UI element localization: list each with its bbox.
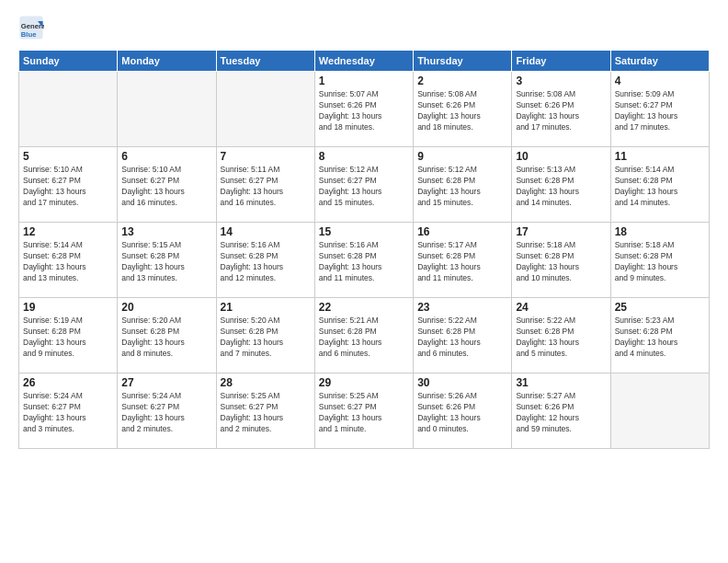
day-info: Sunrise: 5:07 AMSunset: 6:26 PMDaylight:… (319, 89, 409, 133)
day-info: Sunrise: 5:27 AMSunset: 6:26 PMDaylight:… (516, 391, 606, 435)
day-info: Sunrise: 5:16 AMSunset: 6:28 PMDaylight:… (221, 240, 311, 284)
day-number: 11 (615, 150, 705, 163)
day-number: 25 (615, 301, 705, 314)
calendar-week-5: 26Sunrise: 5:24 AMSunset: 6:27 PMDayligh… (19, 373, 710, 449)
day-info: Sunrise: 5:21 AMSunset: 6:28 PMDaylight:… (319, 316, 409, 360)
calendar-cell: 11Sunrise: 5:14 AMSunset: 6:28 PMDayligh… (610, 147, 709, 223)
calendar-cell: 27Sunrise: 5:24 AMSunset: 6:27 PMDayligh… (118, 373, 216, 449)
calendar-cell: 9Sunrise: 5:12 AMSunset: 6:28 PMDaylight… (414, 147, 512, 223)
day-number: 21 (221, 301, 311, 314)
day-number: 15 (319, 225, 409, 238)
day-number: 16 (417, 225, 507, 238)
day-number: 14 (221, 225, 311, 238)
calendar-cell: 20Sunrise: 5:20 AMSunset: 6:28 PMDayligh… (118, 298, 216, 373)
day-info: Sunrise: 5:13 AMSunset: 6:28 PMDaylight:… (516, 165, 606, 209)
day-number: 7 (221, 150, 311, 163)
calendar-week-2: 5Sunrise: 5:10 AMSunset: 6:27 PMDaylight… (19, 147, 710, 223)
calendar-cell: 24Sunrise: 5:22 AMSunset: 6:28 PMDayligh… (512, 298, 610, 373)
day-info: Sunrise: 5:15 AMSunset: 6:28 PMDaylight:… (121, 240, 211, 284)
day-info: Sunrise: 5:17 AMSunset: 6:28 PMDaylight:… (417, 240, 507, 284)
day-number: 31 (516, 376, 606, 389)
calendar-cell: 25Sunrise: 5:23 AMSunset: 6:28 PMDayligh… (610, 298, 709, 373)
weekday-header-row: SundayMondayTuesdayWednesdayThursdayFrid… (19, 51, 710, 72)
calendar-cell (118, 72, 216, 147)
calendar-table: SundayMondayTuesdayWednesdayThursdayFrid… (18, 50, 710, 449)
calendar-cell: 15Sunrise: 5:16 AMSunset: 6:28 PMDayligh… (314, 223, 413, 298)
calendar-cell: 7Sunrise: 5:11 AMSunset: 6:27 PMDaylight… (216, 147, 314, 223)
calendar-cell: 21Sunrise: 5:20 AMSunset: 6:28 PMDayligh… (216, 298, 314, 373)
day-number: 8 (319, 150, 409, 163)
calendar-cell: 18Sunrise: 5:18 AMSunset: 6:28 PMDayligh… (610, 223, 709, 298)
day-number: 28 (221, 376, 311, 389)
day-number: 4 (615, 75, 705, 87)
calendar-cell: 23Sunrise: 5:22 AMSunset: 6:28 PMDayligh… (414, 298, 512, 373)
day-info: Sunrise: 5:25 AMSunset: 6:27 PMDaylight:… (319, 391, 409, 435)
day-info: Sunrise: 5:24 AMSunset: 6:27 PMDaylight:… (23, 391, 113, 435)
day-info: Sunrise: 5:24 AMSunset: 6:27 PMDaylight:… (121, 391, 211, 435)
day-info: Sunrise: 5:10 AMSunset: 6:27 PMDaylight:… (121, 165, 211, 209)
day-info: Sunrise: 5:09 AMSunset: 6:27 PMDaylight:… (615, 89, 705, 133)
calendar-cell: 4Sunrise: 5:09 AMSunset: 6:27 PMDaylight… (610, 72, 709, 147)
day-info: Sunrise: 5:25 AMSunset: 6:27 PMDaylight:… (221, 391, 311, 435)
day-info: Sunrise: 5:20 AMSunset: 6:28 PMDaylight:… (221, 316, 311, 360)
day-info: Sunrise: 5:16 AMSunset: 6:28 PMDaylight:… (319, 240, 409, 284)
calendar-cell: 6Sunrise: 5:10 AMSunset: 6:27 PMDaylight… (118, 147, 216, 223)
calendar-cell: 3Sunrise: 5:08 AMSunset: 6:26 PMDaylight… (512, 72, 610, 147)
calendar-cell: 22Sunrise: 5:21 AMSunset: 6:28 PMDayligh… (314, 298, 413, 373)
day-number: 20 (121, 301, 211, 314)
calendar-cell: 13Sunrise: 5:15 AMSunset: 6:28 PMDayligh… (118, 223, 216, 298)
day-number: 27 (121, 376, 211, 389)
weekday-header-monday: Monday (118, 51, 216, 72)
weekday-header-wednesday: Wednesday (314, 51, 413, 72)
calendar-cell: 2Sunrise: 5:08 AMSunset: 6:26 PMDaylight… (414, 72, 512, 147)
weekday-header-saturday: Saturday (610, 51, 709, 72)
calendar-cell: 28Sunrise: 5:25 AMSunset: 6:27 PMDayligh… (216, 373, 314, 449)
calendar-cell: 8Sunrise: 5:12 AMSunset: 6:27 PMDaylight… (314, 147, 413, 223)
calendar-cell: 10Sunrise: 5:13 AMSunset: 6:28 PMDayligh… (512, 147, 610, 223)
calendar-cell: 14Sunrise: 5:16 AMSunset: 6:28 PMDayligh… (216, 223, 314, 298)
day-number: 18 (615, 225, 705, 238)
day-number: 6 (121, 150, 211, 163)
day-info: Sunrise: 5:26 AMSunset: 6:26 PMDaylight:… (417, 391, 507, 435)
day-info: Sunrise: 5:10 AMSunset: 6:27 PMDaylight:… (23, 165, 113, 209)
calendar-week-3: 12Sunrise: 5:14 AMSunset: 6:28 PMDayligh… (19, 223, 710, 298)
day-info: Sunrise: 5:08 AMSunset: 6:26 PMDaylight:… (516, 89, 606, 133)
day-info: Sunrise: 5:14 AMSunset: 6:28 PMDaylight:… (615, 165, 705, 209)
day-number: 12 (23, 225, 113, 238)
day-info: Sunrise: 5:18 AMSunset: 6:28 PMDaylight:… (516, 240, 606, 284)
day-number: 24 (516, 301, 606, 314)
calendar-cell: 16Sunrise: 5:17 AMSunset: 6:28 PMDayligh… (414, 223, 512, 298)
weekday-header-sunday: Sunday (19, 51, 118, 72)
day-number: 2 (417, 75, 507, 87)
day-number: 13 (121, 225, 211, 238)
day-info: Sunrise: 5:14 AMSunset: 6:28 PMDaylight:… (23, 240, 113, 284)
day-number: 3 (516, 75, 606, 87)
calendar-cell: 12Sunrise: 5:14 AMSunset: 6:28 PMDayligh… (19, 223, 118, 298)
calendar-cell: 26Sunrise: 5:24 AMSunset: 6:27 PMDayligh… (19, 373, 118, 449)
calendar-cell: 29Sunrise: 5:25 AMSunset: 6:27 PMDayligh… (314, 373, 413, 449)
day-info: Sunrise: 5:08 AMSunset: 6:26 PMDaylight:… (417, 89, 507, 133)
day-info: Sunrise: 5:11 AMSunset: 6:27 PMDaylight:… (221, 165, 311, 209)
calendar-cell: 5Sunrise: 5:10 AMSunset: 6:27 PMDaylight… (19, 147, 118, 223)
weekday-header-thursday: Thursday (414, 51, 512, 72)
day-number: 30 (417, 376, 507, 389)
calendar-cell: 19Sunrise: 5:19 AMSunset: 6:28 PMDayligh… (19, 298, 118, 373)
day-number: 22 (319, 301, 409, 314)
logo-icon: General Blue (18, 15, 44, 40)
day-info: Sunrise: 5:23 AMSunset: 6:28 PMDaylight:… (615, 316, 705, 360)
day-number: 5 (23, 150, 113, 163)
day-number: 23 (417, 301, 507, 314)
calendar-cell: 1Sunrise: 5:07 AMSunset: 6:26 PMDaylight… (314, 72, 413, 147)
day-info: Sunrise: 5:19 AMSunset: 6:28 PMDaylight:… (23, 316, 113, 360)
day-number: 19 (23, 301, 113, 314)
day-info: Sunrise: 5:12 AMSunset: 6:28 PMDaylight:… (417, 165, 507, 209)
page-header: General Blue (18, 15, 710, 40)
calendar-cell (610, 373, 709, 449)
calendar-cell: 31Sunrise: 5:27 AMSunset: 6:26 PMDayligh… (512, 373, 610, 449)
day-number: 29 (319, 376, 409, 389)
day-info: Sunrise: 5:18 AMSunset: 6:28 PMDaylight:… (615, 240, 705, 284)
svg-text:Blue: Blue (21, 30, 37, 39)
day-info: Sunrise: 5:22 AMSunset: 6:28 PMDaylight:… (516, 316, 606, 360)
logo: General Blue (18, 15, 48, 40)
calendar-week-4: 19Sunrise: 5:19 AMSunset: 6:28 PMDayligh… (19, 298, 710, 373)
